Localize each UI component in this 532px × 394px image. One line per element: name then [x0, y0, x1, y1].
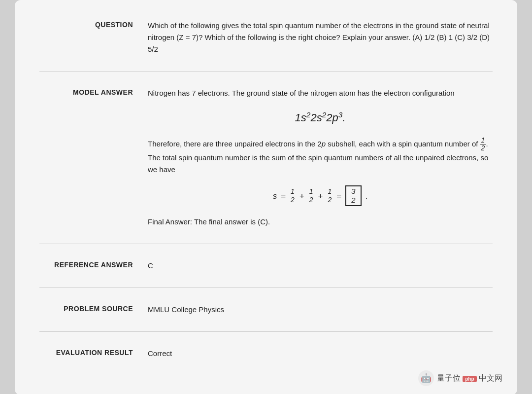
watermark: 🤖 量子位 php 中文网 [418, 370, 502, 386]
question-section: QUESTION Which of the following gives th… [39, 20, 493, 55]
model-answer-section: MODEL ANSWER Nitrogen has 7 electrons. T… [39, 87, 493, 228]
question-text: Which of the following gives the total s… [148, 21, 490, 53]
problem-source-label: PROBLEM SOURCE [39, 304, 148, 316]
frac3: 1 2 [327, 188, 333, 204]
inline-fraction: 12 [480, 137, 486, 152]
watermark-badge: php [463, 376, 476, 382]
model-answer-middle: Therefore, there are three unpaired elec… [148, 137, 493, 176]
reference-answer-section: REFERENCE ANSWER C [39, 260, 493, 272]
watermark-text: 量子位 php 中文网 [437, 373, 502, 384]
final-answer-text: Final Answer: The final answer is (C). [148, 216, 493, 228]
watermark-icon: 🤖 [418, 370, 434, 386]
model-answer-content: Nitrogen has 7 electrons. The ground sta… [148, 87, 493, 228]
spin-equation: s = 1 2 + 1 2 + 1 2 = 3 2 [148, 185, 493, 206]
model-answer-label: MODEL ANSWER [39, 87, 148, 228]
boxed-answer: 3 2 [345, 185, 361, 206]
evaluation-result-section: EVALUATION RESULT Correct [39, 348, 493, 359]
frac2: 1 2 [308, 188, 314, 204]
main-card: QUESTION Which of the following gives th… [15, 0, 517, 394]
frac1: 1 2 [290, 188, 296, 204]
divider-1 [39, 71, 493, 72]
divider-3 [39, 287, 493, 288]
problem-source-section: PROBLEM SOURCE MMLU College Physics [39, 304, 493, 316]
reference-answer-label: REFERENCE ANSWER [39, 260, 148, 272]
evaluation-result-label: EVALUATION RESULT [39, 348, 148, 359]
question-content: Which of the following gives the total s… [148, 20, 493, 55]
divider-2 [39, 244, 493, 244]
evaluation-result-value: Correct [148, 348, 493, 359]
electron-config-formula: 1s22s22p3. [148, 109, 493, 127]
question-label: QUESTION [39, 20, 148, 55]
reference-answer-value: C [148, 260, 493, 272]
divider-4 [39, 331, 493, 332]
problem-source-value: MMLU College Physics [148, 304, 493, 316]
model-answer-intro: Nitrogen has 7 electrons. The ground sta… [148, 87, 493, 99]
